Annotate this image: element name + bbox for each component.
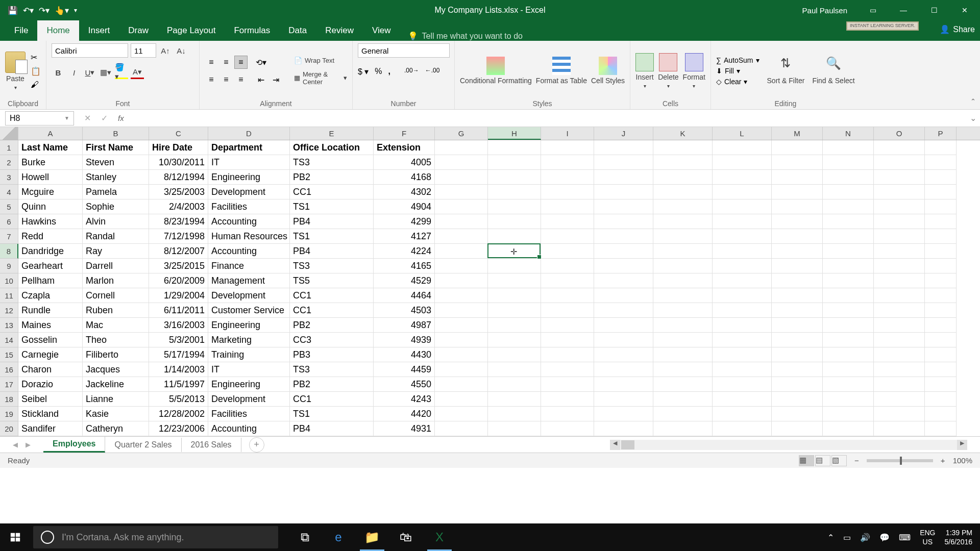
cell[interactable] <box>823 259 874 273</box>
row-header[interactable]: 14 <box>0 333 18 347</box>
cell[interactable] <box>925 259 957 273</box>
cell[interactable] <box>541 259 594 273</box>
cell[interactable] <box>713 362 772 377</box>
cell[interactable] <box>435 362 488 377</box>
decrease-indent-icon[interactable]: ⇤ <box>254 73 267 86</box>
decrease-font-icon[interactable]: A↓ <box>175 44 188 57</box>
cell[interactable] <box>541 392 594 407</box>
cell[interactable]: PB4 <box>290 214 374 229</box>
cell[interactable] <box>653 288 713 303</box>
tab-home[interactable]: Home <box>37 20 79 41</box>
cell[interactable] <box>488 273 541 288</box>
row-header[interactable]: 7 <box>0 229 18 244</box>
cell[interactable] <box>772 170 823 185</box>
cell[interactable]: Kasie <box>83 407 149 421</box>
clear-button[interactable]: ◇Clear ▾ <box>716 78 760 86</box>
cell[interactable]: 3/16/2003 <box>149 318 208 333</box>
cell[interactable] <box>653 407 713 421</box>
cell[interactable]: IT <box>208 155 290 170</box>
row-header[interactable]: 3 <box>0 170 18 185</box>
cell[interactable]: Human Resources <box>208 229 290 244</box>
cell[interactable] <box>874 185 925 199</box>
comma-format-icon[interactable]: , <box>388 67 390 77</box>
cell[interactable] <box>541 377 594 392</box>
cell[interactable]: Stickland <box>18 407 83 421</box>
cell[interactable] <box>823 347 874 362</box>
fx-icon[interactable]: fx <box>118 114 124 122</box>
column-header[interactable]: B <box>83 127 149 140</box>
cell[interactable] <box>925 347 957 362</box>
cell[interactable]: Carnegie <box>18 347 83 362</box>
row-header[interactable]: 15 <box>0 347 18 362</box>
row-header[interactable]: 6 <box>0 214 18 229</box>
tab-insert[interactable]: Insert <box>79 20 119 41</box>
cell[interactable] <box>488 392 541 407</box>
cell[interactable]: 4931 <box>374 421 435 436</box>
cell[interactable]: TS3 <box>290 155 374 170</box>
cell[interactable] <box>772 140 823 155</box>
enter-formula-icon[interactable]: ✓ <box>101 113 108 123</box>
cell[interactable]: 4243 <box>374 392 435 407</box>
row-header[interactable]: 10 <box>0 273 18 288</box>
edge-browser-icon[interactable]: e <box>322 523 355 551</box>
row-header[interactable]: 16 <box>0 362 18 377</box>
cell[interactable] <box>435 377 488 392</box>
file-explorer-icon[interactable]: 📁 <box>356 523 388 551</box>
cell[interactable]: Ruben <box>83 303 149 318</box>
cell[interactable]: Development <box>208 185 290 199</box>
cell[interactable]: CC1 <box>290 185 374 199</box>
cell[interactable]: Redd <box>18 229 83 244</box>
cell[interactable] <box>594 155 653 170</box>
cell[interactable] <box>713 392 772 407</box>
cell[interactable] <box>435 140 488 155</box>
cell[interactable] <box>594 303 653 318</box>
start-button[interactable] <box>0 523 31 551</box>
copy-icon[interactable]: 📋 <box>31 66 41 76</box>
cell[interactable]: PB2 <box>290 377 374 392</box>
row-header[interactable]: 13 <box>0 318 18 333</box>
cell[interactable] <box>823 229 874 244</box>
cell[interactable]: Gearheart <box>18 259 83 273</box>
column-header[interactable]: O <box>874 127 925 140</box>
cell[interactable] <box>772 229 823 244</box>
delete-cells-button[interactable]: Delete▾ <box>658 53 678 89</box>
cell[interactable] <box>874 377 925 392</box>
cell[interactable] <box>925 333 957 347</box>
cell[interactable] <box>653 347 713 362</box>
cell[interactable]: Accounting <box>208 421 290 436</box>
cell[interactable] <box>541 288 594 303</box>
cell[interactable]: 4459 <box>374 362 435 377</box>
cell[interactable] <box>594 140 653 155</box>
cell[interactable]: 4904 <box>374 199 435 214</box>
fill-color-button[interactable]: 🪣▾ <box>115 66 128 79</box>
excel-taskbar-icon[interactable]: X <box>423 523 456 551</box>
cell[interactable] <box>653 229 713 244</box>
column-header[interactable]: H <box>488 127 541 140</box>
cell[interactable] <box>925 229 957 244</box>
cell[interactable]: 12/23/2006 <box>149 421 208 436</box>
cell[interactable] <box>435 303 488 318</box>
cell[interactable] <box>488 170 541 185</box>
cell[interactable]: Development <box>208 288 290 303</box>
tab-scroll-right-icon[interactable]: ▶ <box>26 441 31 448</box>
cell[interactable] <box>653 318 713 333</box>
cell[interactable] <box>488 199 541 214</box>
cell[interactable] <box>435 288 488 303</box>
column-header[interactable]: N <box>823 127 874 140</box>
hscroll-thumb[interactable] <box>621 440 634 449</box>
hscroll-right-icon[interactable]: ▶ <box>957 440 967 450</box>
align-top-icon[interactable]: ≡ <box>205 56 218 69</box>
cell[interactable]: 6/20/2009 <box>149 273 208 288</box>
cell[interactable] <box>653 421 713 436</box>
column-header[interactable]: L <box>713 127 772 140</box>
cell[interactable] <box>488 333 541 347</box>
cell[interactable]: Czapla <box>18 288 83 303</box>
cell[interactable] <box>594 392 653 407</box>
cell[interactable]: Theo <box>83 333 149 347</box>
cell[interactable] <box>823 244 874 259</box>
cell[interactable] <box>874 318 925 333</box>
column-header[interactable]: F <box>374 127 435 140</box>
cell[interactable]: Pellham <box>18 273 83 288</box>
cell[interactable] <box>925 318 957 333</box>
cell[interactable]: TS3 <box>290 362 374 377</box>
